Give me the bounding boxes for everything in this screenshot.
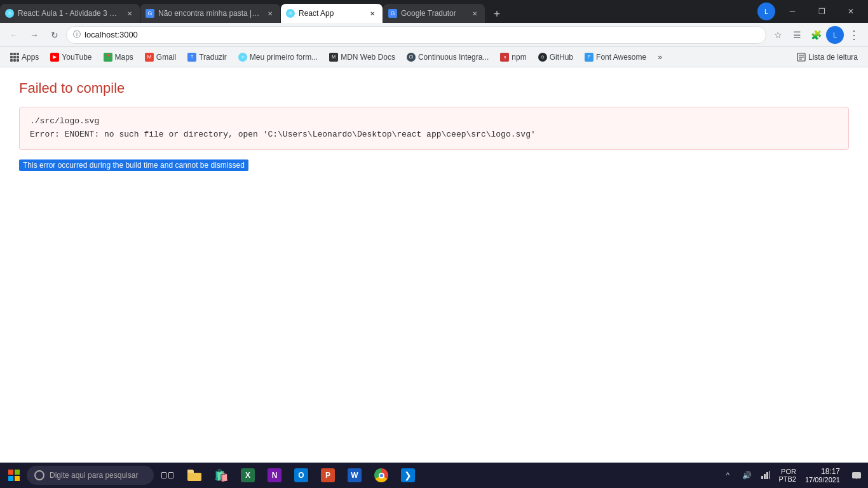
task-view-button[interactable] — [155, 463, 180, 487]
network-icon[interactable] — [757, 466, 775, 484]
ci-favicon: CI — [407, 53, 416, 62]
bookmark-youtube[interactable]: ▶ YouTube — [45, 50, 97, 64]
reload-button[interactable]: ↻ — [46, 26, 64, 44]
bookmark-meuprimeiro[interactable]: ⚛ Meu primeiro form... — [233, 50, 323, 64]
fa-favicon: F — [585, 53, 593, 62]
tab-close-1[interactable]: ✕ — [125, 8, 135, 18]
bookmark-apps[interactable]: Apps — [5, 50, 44, 64]
url-input-box[interactable]: ⓘ localhost:3000 — [66, 26, 766, 44]
file-explorer-icon — [187, 470, 201, 481]
reading-list-sidebar-button[interactable]: Lista de leitura — [792, 50, 863, 64]
tab-react-aula[interactable]: ⚛ React: Aula 1 - Atividade 3 Limp... ✕ — [0, 4, 140, 23]
restore-button[interactable]: ❒ — [807, 0, 836, 23]
reading-list-label: Lista de leitura — [808, 53, 858, 62]
tab-close-2[interactable]: ✕ — [265, 8, 275, 18]
chrome-menu-button[interactable]: ⋮ — [845, 26, 863, 44]
bookmark-fa[interactable]: F Font Awesome — [580, 50, 651, 64]
taskbar: 🛍️ X N O P W ❯ ^ 🔊 — [0, 463, 868, 488]
vscode-button[interactable]: ❯ — [395, 463, 421, 487]
svg-rect-9 — [764, 474, 766, 479]
search-circle-icon — [34, 470, 44, 480]
start-button[interactable] — [3, 464, 25, 487]
taskbar-search-input[interactable] — [50, 471, 145, 480]
svg-rect-11 — [769, 471, 770, 479]
window-controls: L ─ ❒ ✕ — [755, 0, 868, 23]
tab-react-app[interactable]: ⚛ React App ✕ — [281, 4, 383, 23]
tab-nao-encontra[interactable]: G Não encontra minha pasta | Reac... ✕ — [140, 4, 280, 23]
error-line1: ./src/logo.svg — [30, 115, 838, 128]
outlook-button[interactable]: O — [288, 463, 314, 487]
back-button[interactable]: ← — [5, 26, 23, 44]
bookmarks-more-button[interactable]: » — [654, 50, 666, 64]
outlook-icon: O — [294, 468, 308, 482]
bookmark-maps[interactable]: 📍 Maps — [98, 50, 139, 64]
locale-lang: POR — [781, 468, 796, 475]
taskbar-right: ^ 🔊 POR PTB2 18:17 17/09/2021 — [719, 466, 865, 484]
forward-button[interactable]: → — [25, 26, 43, 44]
tab-google-tradutor[interactable]: G Google Tradutor ✕ — [383, 4, 485, 23]
minimize-button[interactable]: ─ — [778, 0, 807, 23]
taskbar-search[interactable] — [27, 466, 154, 485]
bookmark-npm[interactable]: n npm — [495, 50, 531, 64]
address-bar: ← → ↻ ⓘ localhost:3000 ☆ ☰ 🧩 L ⋮ — [0, 23, 868, 47]
notification-button[interactable] — [848, 466, 865, 484]
gmail-favicon: M — [145, 53, 154, 62]
tab-close-3[interactable]: ✕ — [367, 8, 377, 18]
tab-favicon-1: ⚛ — [5, 9, 14, 18]
volume-icon[interactable]: 🔊 — [738, 466, 756, 484]
youtube-favicon: ▶ — [50, 53, 59, 62]
bookmark-apps-label: Apps — [22, 53, 39, 62]
main-content: Failed to compile ./src/logo.svg Error: … — [0, 67, 868, 463]
clock-area[interactable]: 18:17 17/09/2021 — [800, 467, 845, 484]
clock-time: 18:17 — [821, 467, 840, 476]
vscode-icon: ❯ — [401, 468, 415, 482]
svg-rect-8 — [761, 476, 763, 479]
notification-icon — [851, 470, 862, 480]
tab-favicon-4: G — [388, 9, 397, 18]
bookmark-ci[interactable]: CI Continuous Integra... — [402, 50, 494, 64]
onenote-button[interactable]: N — [262, 463, 287, 487]
tab-title-3: React App — [299, 9, 363, 18]
store-button[interactable]: 🛍️ — [208, 463, 234, 487]
title-bar: ⚛ React: Aula 1 - Atividade 3 Limp... ✕ … — [0, 0, 868, 23]
bookmark-star-button[interactable]: ☆ — [769, 26, 787, 44]
github-favicon: ⊙ — [538, 53, 547, 62]
bookmark-traduzir[interactable]: T Traduzir — [182, 50, 232, 64]
profile-button[interactable]: L — [757, 3, 775, 20]
bookmark-github[interactable]: ⊙ GitHub — [533, 50, 578, 64]
svg-rect-6 — [8, 476, 13, 481]
svg-rect-4 — [8, 470, 13, 475]
task-view-icon — [161, 470, 174, 480]
svg-rect-10 — [766, 472, 768, 479]
chrome-button[interactable] — [369, 463, 394, 487]
tab-favicon-3: ⚛ — [286, 9, 295, 18]
powerpoint-button[interactable]: P — [315, 463, 341, 487]
excel-icon: X — [241, 468, 255, 482]
chevron-up-icon[interactable]: ^ — [719, 466, 736, 484]
network-signal-icon — [761, 471, 770, 480]
bookmark-github-label: GitHub — [550, 53, 573, 62]
bookmark-mdn[interactable]: M MDN Web Docs — [324, 50, 400, 64]
extension-button[interactable]: 🧩 — [807, 26, 825, 44]
new-tab-button[interactable]: + — [488, 5, 506, 23]
locale-area[interactable]: POR PTB2 — [777, 468, 797, 483]
reading-list-icon — [797, 53, 806, 62]
bookmark-gmail[interactable]: M Gmail — [140, 50, 181, 64]
reading-list-button[interactable]: ☰ — [788, 26, 806, 44]
close-button[interactable]: ✕ — [836, 0, 865, 23]
error-line2: Error: ENOENT: no such file or directory… — [30, 128, 838, 142]
file-explorer-button[interactable] — [182, 463, 207, 487]
word-button[interactable]: W — [342, 463, 367, 487]
tab-title-4: Google Tradutor — [401, 9, 466, 18]
bookmark-traduzir-label: Traduzir — [199, 53, 227, 62]
traduzir-favicon: T — [187, 53, 196, 62]
clock-date: 17/09/2021 — [805, 476, 840, 484]
tab-close-4[interactable]: ✕ — [470, 8, 480, 18]
user-profile-icon[interactable]: L — [826, 26, 844, 44]
error-title: Failed to compile — [19, 80, 849, 97]
excel-button[interactable]: X — [235, 463, 261, 487]
meuprimeiro-favicon: ⚛ — [238, 53, 247, 62]
lock-icon: ⓘ — [73, 29, 81, 40]
tab-favicon-2: G — [146, 9, 154, 18]
error-box: ./src/logo.svg Error: ENOENT: no such fi… — [19, 107, 849, 150]
